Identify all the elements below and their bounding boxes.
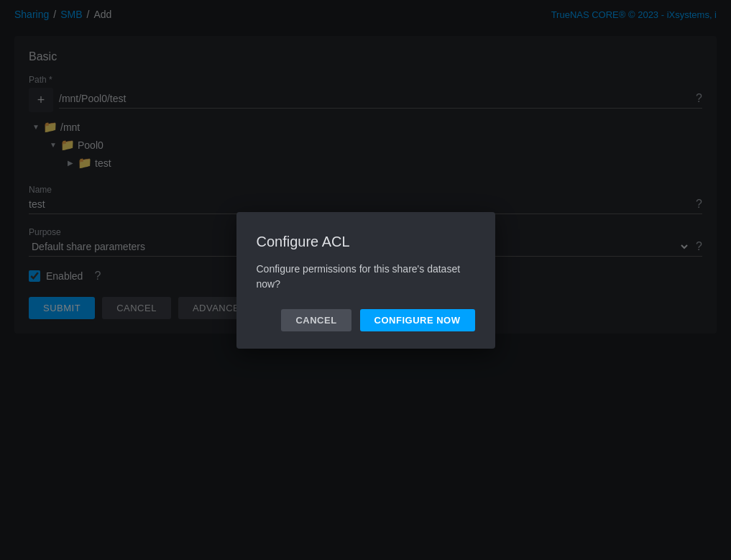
modal-overlay: Configure ACL Configure permissions for …	[0, 0, 731, 560]
dialog-cancel-button[interactable]: CANCEL	[281, 309, 351, 331]
dialog-body: Configure permissions for this share's d…	[257, 262, 475, 292]
dialog-buttons: CANCEL CONFIGURE NOW	[257, 309, 475, 331]
dialog-title: Configure ACL	[257, 234, 475, 250]
configure-acl-dialog: Configure ACL Configure permissions for …	[236, 212, 495, 349]
dialog-confirm-button[interactable]: CONFIGURE NOW	[360, 309, 475, 331]
